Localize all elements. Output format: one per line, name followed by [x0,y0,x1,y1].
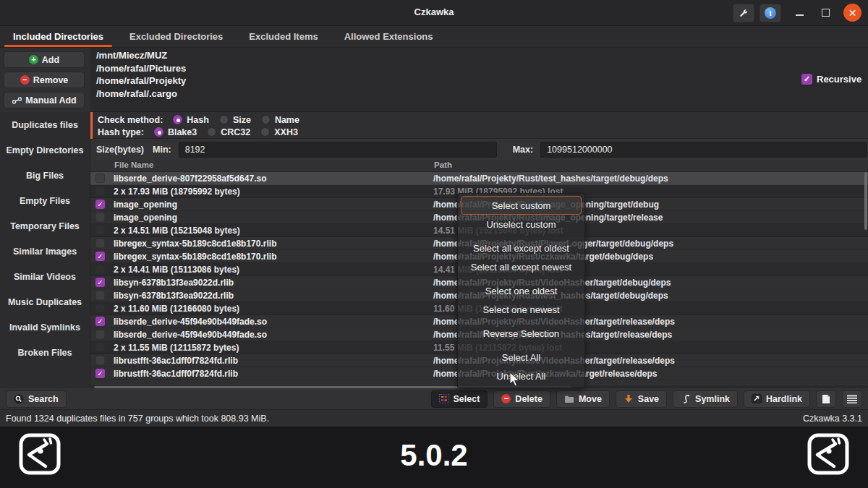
row-checkbox-cell [90,343,114,352]
checkbox-checked-icon[interactable]: ✓ [95,200,105,209]
checkbox-unchecked-icon[interactable] [95,330,105,339]
add-directory-button[interactable]: + Add [4,51,85,68]
folder-icon [564,394,574,404]
included-directories-list[interactable]: /mnt/Miecz/MUZ/home/rafal/Pictures/home/… [90,48,868,112]
sidebar-item-temporary-files[interactable]: Temporary Files [0,213,90,239]
row-checkbox-cell: ✓ [90,369,114,378]
close-icon: ✕ [848,8,857,18]
menu-item-unselect-all[interactable]: Unselect All [461,367,582,385]
directory-row-mnt-miecz-muz[interactable]: /mnt/Miecz/MUZ [96,49,868,62]
menu-item-select-one-newest[interactable]: Select one newest [461,300,582,319]
checkbox-checked-icon[interactable]: ✓ [95,369,105,378]
menu-item-select-all-except-newest[interactable]: Select all except newest [461,257,582,276]
selection-context-menu: Select customUnselect customSelect all e… [457,193,585,388]
checkbox-unchecked-icon[interactable] [95,213,105,222]
row-checkbox-cell [90,187,114,196]
sidebar-item-music-duplicates[interactable]: Music Duplicates [0,289,90,314]
hardlink-button[interactable]: Hardlink [744,390,810,408]
column-header-file-name[interactable]: File Name [90,160,433,171]
remove-directory-button[interactable]: − Remove [4,72,85,88]
sidebar-item-broken-files[interactable]: Broken Files [0,340,90,365]
recursive-checkbox[interactable]: ✓ Recursive [801,74,861,85]
max-size-input[interactable] [540,142,867,158]
directory-buttons-panel: + Add − Remove Manual Add [0,48,90,112]
menu-item-unselect-custom[interactable]: Unselect custom [461,215,582,234]
checkbox-unchecked-icon[interactable] [95,174,105,183]
sidebar-item-empty-directories[interactable]: Empty Directories [0,137,90,163]
column-header-path[interactable]: Path [433,160,868,171]
status-message: Found 1324 duplicates files in 757 group… [6,414,269,424]
directory-row-home-rafal-pictures[interactable]: /home/rafal/Pictures [96,62,868,75]
tab-excluded-directories[interactable]: Excluded Directories [116,26,236,47]
row-checkbox-cell [90,265,114,274]
radio-name[interactable]: Name [261,115,299,125]
row-checkbox-cell [90,304,114,313]
hardlink-icon [752,394,762,404]
checkbox-checked-icon[interactable]: ✓ [95,278,105,287]
checkbox-checked-icon[interactable]: ✓ [95,317,105,326]
checkbox-checked-icon: ✓ [801,74,812,85]
cell-file-name: libregex_syntax-5b189c8cd1e8b170.rlib [114,252,433,262]
czkawka-logo-right [807,432,850,476]
row-checkbox-cell [90,330,114,339]
save-arrow-icon [624,394,634,404]
tab-allowed-extensions[interactable]: Allowed Extensions [331,26,446,47]
directory-row-home-rafal-cargo[interactable]: /home/rafal/.cargo [96,87,868,100]
tab-included-directories[interactable]: Included Directories [0,26,116,47]
cell-file-name: libregex_syntax-5b189c8cd1e8b170.rlib [114,239,433,249]
symlink-button[interactable]: Symlink [673,390,738,408]
checkbox-unchecked-icon[interactable] [95,239,105,248]
sidebar-item-empty-files[interactable]: Empty Files [0,188,90,213]
about-button[interactable]: i [760,4,781,22]
radio-hash[interactable]: Hash [173,115,209,125]
tab-excluded-items[interactable]: Excluded Items [236,26,331,47]
row-checkbox-cell [90,291,114,300]
save-results-button[interactable] [816,390,836,408]
menu-item-select-all[interactable]: Select All [461,348,582,367]
settings-button[interactable] [733,4,754,22]
minimize-button[interactable] [796,14,804,16]
maximize-button[interactable] [822,9,830,17]
sort-button[interactable] [842,390,862,408]
delete-button[interactable]: − Delete [493,390,550,408]
directory-row-home-rafal-projekty[interactable]: /home/rafal/Projekty [96,74,868,87]
close-button[interactable]: ✕ [843,4,861,22]
tab-bar: Included Directories Excluded Directorie… [0,26,868,48]
move-button[interactable]: Move [556,390,610,408]
sidebar-item-duplicates-files[interactable]: Duplicates files [0,112,90,137]
checkbox-unchecked-icon[interactable] [95,291,105,300]
save-button[interactable]: Save [616,390,667,408]
main-area: + Add − Remove Manual Add /mnt/Miecz/MUZ… [0,48,868,388]
radio-icon [154,127,163,137]
radio-xxh3[interactable]: XXH3 [260,127,298,137]
search-button[interactable]: Search [6,390,67,408]
manual-add-button[interactable]: Manual Add [4,92,85,108]
menu-item-reverse-selection[interactable]: Reverse Selection [461,324,582,343]
radio-blake3[interactable]: Blake3 [154,127,197,137]
max-label: Max: [513,145,533,155]
check-method-row: Check method: Hash Size Name [98,114,299,126]
footer-band: 5.0.2 [0,427,868,488]
menu-item-select-custom[interactable]: Select custom [461,196,582,215]
min-size-input[interactable] [179,142,497,158]
cell-file-name: libsyn-6378b13f3ea9022d.rlib [114,278,433,288]
cell-file-name: libserde_derive-807f22958af5d647.so [114,174,433,184]
sidebar-item-similar-images[interactable]: Similar Images [0,239,90,264]
sidebar-item-big-files[interactable]: Big Files [0,163,90,188]
vertical-scrollbar[interactable] [864,172,867,230]
menu-item-select-all-except-oldest[interactable]: Select all except oldest [461,239,582,257]
sidebar-item-invalid-symlinks[interactable]: Invalid Symlinks [0,314,90,340]
radio-size[interactable]: Size [219,115,251,125]
checkbox-disabled-icon [95,265,105,274]
checkbox-unchecked-icon[interactable] [95,356,105,365]
select-button[interactable]: Select [431,390,488,408]
row-checkbox-cell [90,239,114,248]
cell-file-name: libserde_derive-45f94e90b449fade.so [114,317,433,327]
checkbox-checked-icon[interactable]: ✓ [95,252,105,261]
radio-crc32[interactable]: CRC32 [207,127,250,137]
sidebar-item-similar-videos[interactable]: Similar Videos [0,264,90,289]
table-row[interactable]: libserde_derive-807f22958af5d647.so/home… [90,172,868,185]
menu-item-select-one-oldest[interactable]: Select one oldest [461,281,582,300]
radio-icon [207,127,216,137]
cell-file-name: 2 x 17.93 MiB (18795992 bytes) [114,187,433,197]
